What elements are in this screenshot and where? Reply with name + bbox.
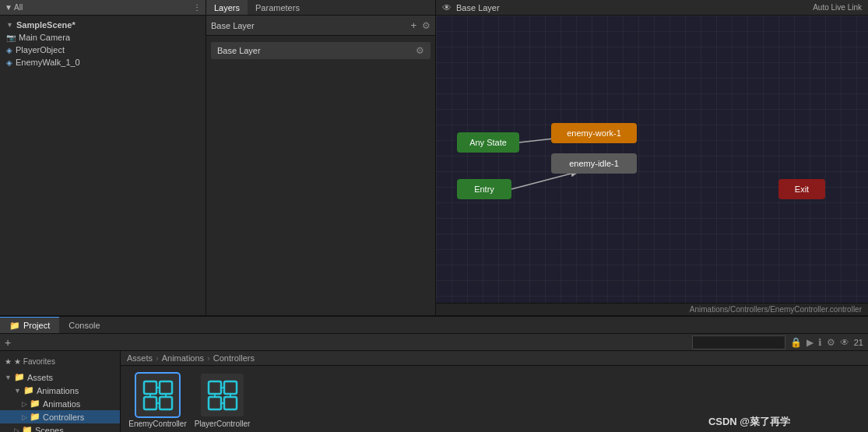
svg-rect-3 xyxy=(144,381,156,394)
assets-grid: EnemyController xyxy=(121,366,868,432)
play-icon[interactable]: ▶ xyxy=(807,337,814,348)
tab-console[interactable]: Console xyxy=(59,317,109,333)
any-state-node[interactable]: Any State xyxy=(457,132,519,153)
controllers-folder-icon: 📁 xyxy=(30,412,40,422)
hierarchy-content: ▼ SampleScene* 📷 Main Camera ◈ PlayerObj… xyxy=(0,16,206,315)
scenes-label: Scenes xyxy=(35,426,64,433)
animator-path-label: Animations/Controllers/EnemyController.c… xyxy=(690,305,862,314)
enemy-work-node[interactable]: enemy-work-1 xyxy=(551,123,637,143)
camera-icon: 📷 xyxy=(6,33,16,42)
breadcrumb-controllers[interactable]: Controllers xyxy=(213,353,255,363)
animatios-arrow: ▷ xyxy=(22,400,27,408)
scene-arrow: ▼ xyxy=(6,21,13,29)
svg-rect-13 xyxy=(224,381,237,394)
scenes-folder-icon: 📁 xyxy=(22,425,33,432)
asset-item-0[interactable]: EnemyController xyxy=(128,374,187,428)
layers-tabs: Layers Parameters xyxy=(206,0,435,16)
add-asset-button[interactable]: + xyxy=(5,336,11,349)
controller-svg-1 xyxy=(205,378,241,413)
exit-node[interactable]: Exit xyxy=(778,179,825,199)
base-layer-label: Base Layer xyxy=(217,46,261,55)
hierarchy-panel: ▼ All ⋮ ▼ SampleScene* 📷 Main Camera ◈ P… xyxy=(0,0,206,315)
asset-icon-0 xyxy=(136,374,179,416)
layer-gear-icon[interactable]: ⚙ xyxy=(416,45,424,56)
hierarchy-menu-icon[interactable]: ⋮ xyxy=(193,3,201,12)
svg-rect-4 xyxy=(144,397,156,409)
tab-layers[interactable]: Layers xyxy=(206,0,248,15)
breadcrumb-sep-2: › xyxy=(207,353,210,363)
folder-scenes[interactable]: ▷ 📁 Scenes xyxy=(0,423,120,432)
svg-rect-12 xyxy=(209,397,221,409)
connections-svg xyxy=(436,16,868,303)
folder-controllers[interactable]: ▷ 📁 Controllers xyxy=(0,410,120,423)
assets-arrow: ▼ xyxy=(5,374,12,381)
breadcrumb-animations[interactable]: Animations xyxy=(162,353,204,363)
eye-icon[interactable]: 👁 xyxy=(442,2,452,13)
animator-footer: Animations/Controllers/EnemyController.c… xyxy=(436,303,868,315)
info-icon[interactable]: ℹ xyxy=(818,337,822,348)
search-input[interactable] xyxy=(692,335,785,349)
breadcrumb-assets[interactable]: Assets xyxy=(127,353,153,363)
assets-label: Assets xyxy=(27,373,53,382)
hierarchy-header: ▼ All ⋮ xyxy=(0,0,206,16)
auto-live-link-label: Auto Live Link xyxy=(813,3,862,12)
bottom-tabs: 📁 Project Console xyxy=(0,317,868,334)
hierarchy-item-2[interactable]: ◈ EnemyWalk_1_0 xyxy=(0,56,206,68)
base-layer-item[interactable]: Base Layer ⚙ xyxy=(211,42,430,59)
bottom-content: ★ ★ Favorites ▼ 📁 Assets ▼ 📁 Animations … xyxy=(0,351,868,432)
svg-rect-14 xyxy=(224,397,237,409)
tab-parameters[interactable]: Parameters xyxy=(248,0,307,15)
lock-icon[interactable]: 🔒 xyxy=(790,337,802,348)
folder-animations[interactable]: ▼ 📁 Animations xyxy=(0,384,120,397)
animator-header-right: Auto Live Link xyxy=(813,3,862,12)
bottom-area: 📁 Project Console + 🔒 ▶ ℹ ⚙ 👁 21 ★ ★ Fav… xyxy=(0,315,868,432)
assets-area: Assets › Animations › Controllers xyxy=(121,351,868,432)
animator-canvas[interactable]: Any State Entry Exit enemy-work-1 enemy-… xyxy=(436,16,868,303)
scenes-arrow: ▷ xyxy=(14,427,19,433)
favorites-section: ★ ★ Favorites xyxy=(0,354,120,369)
layers-list: Base Layer ⚙ xyxy=(206,36,435,65)
animator-panel: 👁 Base Layer Auto Live Link xyxy=(436,0,868,315)
asset-label-0: EnemyController xyxy=(128,420,186,428)
svg-rect-11 xyxy=(209,381,221,394)
hierarchy-item-label-1: PlayerObject xyxy=(16,45,65,54)
layer-name-label: Base Layer xyxy=(211,21,255,30)
bottom-toolbar-right: 🔒 ▶ ℹ ⚙ 👁 21 xyxy=(692,335,863,349)
entry-node[interactable]: Entry xyxy=(457,179,511,199)
animations-label: Animations xyxy=(37,386,79,395)
layers-toolbar-icons: + ⚙ xyxy=(408,19,430,32)
gameobject-icon-1: ◈ xyxy=(6,46,12,54)
animator-title: Base Layer xyxy=(456,3,500,12)
svg-rect-5 xyxy=(160,381,172,394)
gameobject-icon-2: ◈ xyxy=(6,58,12,67)
folder-assets[interactable]: ▼ 📁 Assets xyxy=(0,371,120,384)
svg-rect-6 xyxy=(160,397,172,409)
hierarchy-item-1[interactable]: ◈ PlayerObject xyxy=(0,44,206,56)
settings-icon[interactable]: ⚙ xyxy=(827,337,835,348)
animations-arrow: ▼ xyxy=(14,387,21,395)
add-layer-button[interactable]: + xyxy=(408,19,419,32)
hierarchy-item-0[interactable]: 📷 Main Camera xyxy=(0,31,206,44)
gear-icon[interactable]: ⚙ xyxy=(422,20,430,31)
breadcrumb-sep-1: › xyxy=(156,353,159,363)
animations-folder-icon: 📁 xyxy=(23,385,34,395)
folder-icon: 📁 xyxy=(9,321,20,331)
folder-tree: ★ ★ Favorites ▼ 📁 Assets ▼ 📁 Animations … xyxy=(0,351,121,432)
breadcrumb: Assets › Animations › Controllers xyxy=(121,351,868,366)
hierarchy-all-label: ▼ All xyxy=(5,3,23,12)
enemy-idle-node[interactable]: enemy-idle-1 xyxy=(551,153,637,174)
folder-animatios[interactable]: ▷ 📁 Animatios xyxy=(0,397,120,410)
layers-panel: Layers Parameters Base Layer + ⚙ Base La… xyxy=(206,0,436,315)
animatios-folder-icon: 📁 xyxy=(30,399,40,409)
bottom-toolbar-left: + xyxy=(5,336,11,349)
tab-project[interactable]: 📁 Project xyxy=(0,317,59,333)
scene-root-item[interactable]: ▼ SampleScene* xyxy=(0,19,206,31)
asset-item-1[interactable]: PlayerController xyxy=(193,374,251,428)
star-icon: ★ xyxy=(5,357,12,366)
assets-folder-icon: 📁 xyxy=(14,372,25,382)
controllers-arrow: ▷ xyxy=(22,413,27,421)
view-icon[interactable]: 👁 xyxy=(840,337,849,348)
layers-toolbar: Base Layer + ⚙ xyxy=(206,16,435,36)
hierarchy-item-label-2: EnemyWalk_1_0 xyxy=(16,58,80,67)
animator-header: 👁 Base Layer Auto Live Link xyxy=(436,0,868,16)
